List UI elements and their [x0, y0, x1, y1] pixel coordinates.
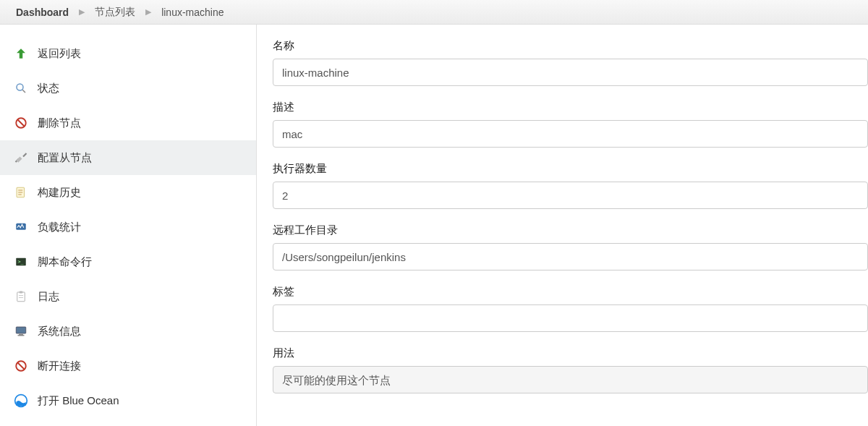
- usage-select[interactable]: 尽可能的使用这个节点: [273, 366, 868, 393]
- svg-line-3: [18, 120, 25, 127]
- no-entry-icon: [13, 115, 29, 131]
- sidebar-item-log[interactable]: 日志: [0, 279, 256, 314]
- sidebar-item-delete[interactable]: 删除节点: [0, 106, 256, 140]
- breadcrumb-current[interactable]: linux-machine: [158, 7, 226, 18]
- terminal-icon: >_: [13, 254, 29, 270]
- sidebar-item-load[interactable]: 负载统计: [0, 210, 256, 244]
- sidebar-item-label: 返回列表: [38, 47, 81, 61]
- sidebar-item-configure[interactable]: 配置从节点: [0, 140, 256, 175]
- svg-rect-16: [19, 334, 23, 336]
- svg-rect-12: [20, 291, 23, 294]
- svg-line-1: [22, 90, 25, 93]
- no-entry-icon: [13, 358, 29, 374]
- breadcrumb-nodes[interactable]: 节点列表: [92, 6, 138, 19]
- chevron-right-icon: ▶: [145, 7, 151, 17]
- blueocean-icon: [13, 393, 29, 409]
- sidebar-item-label: 脚本命令行: [38, 255, 92, 269]
- up-arrow-icon: [13, 46, 29, 61]
- monitor-icon: [13, 219, 29, 235]
- notepad-icon: [13, 184, 29, 200]
- svg-rect-11: [17, 292, 25, 302]
- name-label: 名称: [273, 39, 868, 53]
- sidebar-item-label: 断开连接: [38, 359, 81, 373]
- svg-rect-17: [18, 335, 25, 336]
- sidebar-item-blueocean[interactable]: 打开 Blue Ocean: [0, 383, 256, 418]
- remote-dir-input[interactable]: [273, 243, 868, 270]
- sidebar-item-disconnect[interactable]: 断开连接: [0, 349, 256, 383]
- executors-label: 执行器数量: [273, 162, 868, 176]
- name-input[interactable]: [273, 59, 868, 86]
- clipboard-icon: [13, 289, 29, 304]
- sidebar-item-history[interactable]: 构建历史: [0, 175, 256, 210]
- breadcrumb: Dashboard ▶ 节点列表 ▶ linux-machine: [0, 0, 868, 25]
- sidebar-item-label: 状态: [38, 82, 59, 95]
- description-label: 描述: [273, 101, 868, 114]
- labels-input[interactable]: [273, 304, 868, 332]
- svg-point-0: [17, 84, 23, 90]
- labels-label: 标签: [273, 285, 868, 299]
- sidebar-item-label: 负载统计: [38, 221, 81, 234]
- sidebar-item-label: 打开 Blue Ocean: [38, 394, 119, 408]
- description-input[interactable]: [273, 120, 868, 148]
- executors-input[interactable]: [273, 182, 868, 209]
- svg-line-19: [18, 363, 25, 370]
- sidebar-item-label: 删除节点: [38, 116, 81, 130]
- sidebar-item-console[interactable]: >_ 脚本命令行: [0, 244, 256, 279]
- sidebar: 返回列表 状态 删除节点 配置从节点 构建历史: [0, 25, 257, 426]
- sidebar-item-label: 构建历史: [38, 186, 81, 200]
- svg-text:>_: >_: [18, 259, 25, 265]
- tools-icon: [13, 150, 29, 166]
- svg-rect-15: [16, 327, 26, 333]
- computer-icon: [13, 323, 29, 339]
- search-icon: [13, 80, 29, 96]
- sidebar-item-label: 配置从节点: [38, 151, 92, 165]
- main-content: 名称 描述 执行器数量 远程工作目录 标签 用法 尽可能的使用这个节点: [257, 25, 868, 426]
- breadcrumb-dashboard[interactable]: Dashboard: [13, 7, 72, 18]
- remote-dir-label: 远程工作目录: [273, 223, 868, 237]
- sidebar-item-label: 日志: [38, 290, 59, 304]
- sidebar-item-status[interactable]: 状态: [0, 71, 256, 106]
- sidebar-item-label: 系统信息: [38, 325, 81, 338]
- sidebar-item-back[interactable]: 返回列表: [0, 36, 256, 71]
- sidebar-item-sysinfo[interactable]: 系统信息: [0, 314, 256, 349]
- usage-label: 用法: [273, 346, 868, 360]
- chevron-right-icon: ▶: [79, 7, 85, 17]
